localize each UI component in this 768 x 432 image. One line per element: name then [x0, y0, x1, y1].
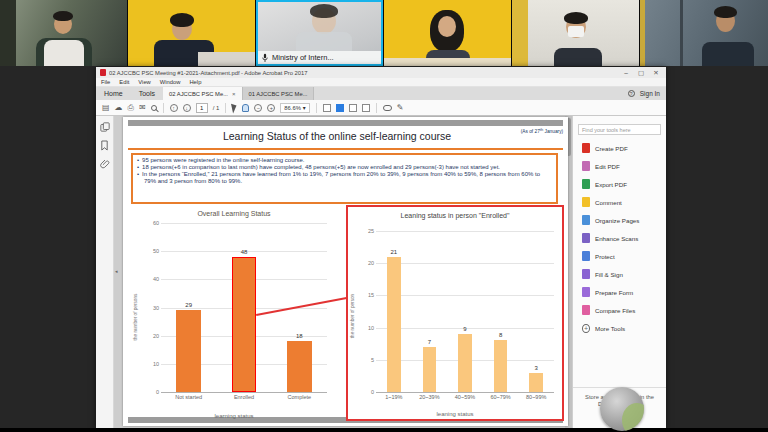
pen-icon[interactable]: ✎ [397, 103, 404, 113]
bookmarks-icon[interactable] [100, 140, 109, 151]
tool-export-pdf[interactable]: Export PDF [573, 175, 666, 193]
help-icon[interactable]: ? [628, 90, 635, 97]
search-icon[interactable] [151, 105, 157, 111]
bar-Not started [176, 310, 200, 392]
microphone-icon [261, 53, 269, 63]
participant-hair [310, 4, 338, 18]
attachments-icon[interactable] [100, 159, 110, 169]
tool-enhance-scans[interactable]: Enhance Scans [573, 229, 666, 247]
reading-mode-icon[interactable] [362, 104, 370, 112]
menu-window[interactable]: Window [160, 79, 181, 85]
window-title-bar[interactable]: 02 AJCCBC PSC Meeting #1-2021-Attachment… [96, 67, 666, 78]
document-tab-active[interactable]: 02 AJCCBC PSC Me... × [163, 87, 242, 100]
email-icon[interactable]: ✉ [139, 103, 146, 113]
gridline [376, 263, 554, 264]
zoom-in-icon[interactable]: + [267, 104, 275, 112]
menu-edit[interactable]: Edit [119, 79, 129, 85]
page-thumbnails-icon[interactable] [100, 122, 110, 132]
comment-icon [582, 197, 590, 207]
tool-compare-files[interactable]: Compare Files [573, 301, 666, 319]
comment-bubble-icon[interactable] [383, 105, 392, 111]
as-of-date: (As of 27th January) [520, 127, 563, 134]
save-icon[interactable]: ▤ [102, 103, 110, 113]
x-tick-label: 20~39% [412, 394, 448, 400]
pdf-page: Learning Status of the online self-learn… [123, 117, 568, 426]
participant-video-1[interactable] [0, 0, 128, 66]
x-tick-label: 1~19% [376, 394, 412, 400]
window-content: ◂ ▸ Learning Status of the online self-l… [96, 116, 666, 428]
bar-value-label: 29 [161, 302, 216, 308]
acrobat-window: 02 AJCCBC PSC Meeting #1-2021-Attachment… [96, 67, 666, 428]
menu-file[interactable]: File [101, 79, 110, 85]
previous-page-icon[interactable]: ↑ [170, 104, 178, 112]
tool-organize-pages[interactable]: Organize Pages [573, 211, 666, 229]
document-tab-label: 01 AJCCBC PSC Me... [249, 91, 308, 97]
maximize-button[interactable]: ▢ [635, 69, 647, 77]
bar-1~19% [387, 257, 401, 392]
tools-search-input[interactable]: Find your tools here [578, 124, 661, 135]
y-tick-label: 20 [145, 333, 159, 339]
page-number-input[interactable]: 1 [196, 103, 208, 113]
tab-home[interactable]: Home [96, 87, 131, 100]
single-page-view-icon[interactable] [336, 104, 344, 112]
chart-title: Overall Learning Status [131, 210, 337, 217]
x-tick-label: 40~59% [447, 394, 483, 400]
toolbar-separator [163, 103, 164, 113]
export-pdf-icon [582, 179, 590, 189]
chart-title: Leaning status in person "Enrolled" [348, 212, 562, 219]
cloud-upload-icon[interactable]: ☁ [115, 103, 123, 113]
y-tick-label: 25 [360, 228, 374, 234]
participant-video-3-active-speaker[interactable]: Ministry of Intern... [256, 0, 384, 66]
select-tool-icon[interactable] [231, 102, 238, 113]
participant-video-5[interactable] [512, 0, 640, 66]
enhance-scans-icon [582, 233, 590, 243]
print-icon[interactable]: ⎙ [128, 103, 134, 113]
tool-edit-pdf[interactable]: Edit PDF [573, 157, 666, 175]
collapse-left-pane-icon[interactable]: ◂ [115, 268, 118, 274]
document-tab-inactive[interactable]: 01 AJCCBC PSC Me... [243, 87, 315, 100]
close-button[interactable]: ✕ [650, 69, 662, 77]
toolbar-separator [376, 103, 377, 113]
menu-help[interactable]: Help [189, 79, 201, 85]
bar-Complete [287, 341, 311, 392]
enrolled-detail-chart: Leaning status in person "Enrolled" the … [346, 205, 564, 421]
hand-tool-icon[interactable] [242, 104, 249, 112]
close-tab-icon[interactable]: × [232, 91, 236, 97]
participant-video-4[interactable] [384, 0, 512, 66]
participant-name-tag: Ministry of Intern... [258, 51, 381, 64]
tab-bar: Home Tools 02 AJCCBC PSC Me... × 01 AJCC… [96, 87, 666, 100]
slide-title: Learning Status of the online self-learn… [168, 130, 506, 142]
y-tick-label: 20 [360, 260, 374, 266]
toolbar: ▤ ☁ ⎙ ✉ ↑ ↓ 1 / 1 − + 86.6% ▾ [96, 100, 666, 116]
x-axis-label: leaning status [348, 411, 562, 417]
zoom-level-dropdown[interactable]: 86.6% ▾ [280, 103, 309, 113]
fit-width-icon[interactable] [349, 104, 357, 112]
gridline [376, 231, 554, 232]
minimize-button[interactable]: – [620, 69, 632, 76]
participant-torso [554, 48, 602, 66]
toolbar-separator [225, 103, 226, 113]
y-tick-label: 60 [145, 220, 159, 226]
tool-more-tools[interactable]: +More Tools [573, 319, 666, 337]
tool-prepare-form[interactable]: Prepare Form [573, 283, 666, 301]
tool-create-pdf[interactable]: Create PDF [573, 139, 666, 157]
tool-fill-sign[interactable]: Fill & Sign [573, 265, 666, 283]
x-tick-label: Not started [161, 394, 216, 400]
tool-comment[interactable]: Comment [573, 193, 666, 211]
document-area[interactable]: ◂ ▸ Learning Status of the online self-l… [114, 116, 572, 428]
participant-video-6[interactable] [640, 0, 768, 66]
bar-Enrolled [232, 257, 256, 392]
next-page-icon[interactable]: ↓ [183, 104, 191, 112]
menu-view[interactable]: View [138, 79, 150, 85]
tab-tools[interactable]: Tools [131, 87, 163, 100]
participant-video-2[interactable] [128, 0, 256, 66]
zoom-out-icon[interactable]: − [254, 104, 262, 112]
sign-in-button[interactable]: Sign In [640, 90, 660, 97]
tool-protect[interactable]: Protect [573, 247, 666, 265]
edit-pdf-icon [582, 161, 590, 171]
x-axis-label: learning status [131, 413, 337, 419]
document-tab-label: 02 AJCCBC PSC Me... [169, 91, 228, 97]
page-scroll-icon[interactable] [323, 104, 331, 112]
x-tick-label: Complete [272, 394, 327, 400]
document-cloud-sphere [600, 387, 644, 431]
